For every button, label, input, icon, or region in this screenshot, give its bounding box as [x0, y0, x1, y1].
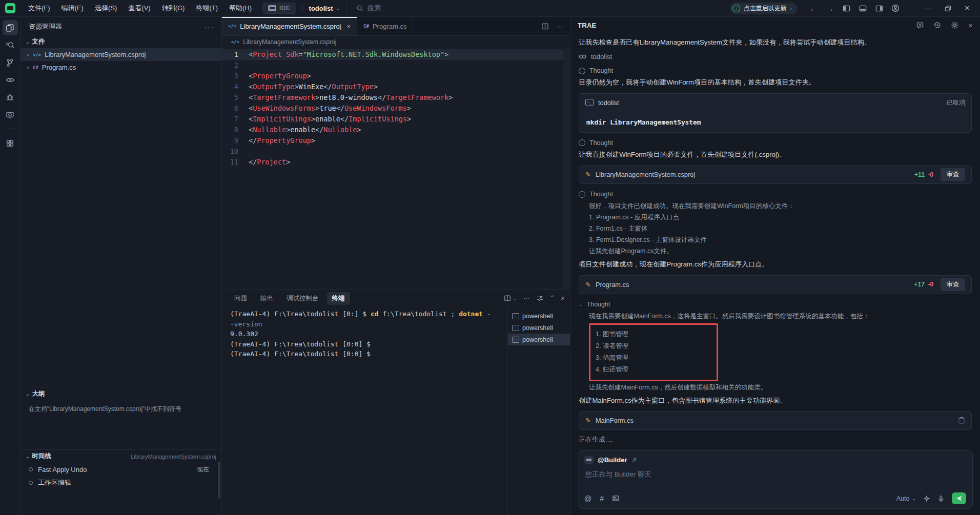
code-line[interactable]: 5 <TargetFramework>net8.0-windows</Targe…: [222, 92, 570, 103]
menu-help[interactable]: 帮助(H): [223, 4, 257, 13]
debug-bug-icon[interactable]: [3, 90, 18, 105]
tab-program-cs[interactable]: C# Program.cs: [357, 17, 413, 35]
thought-header[interactable]: Thought: [579, 67, 972, 74]
send-button[interactable]: [952, 492, 966, 504]
file-row-program[interactable]: C# Program.cs: [21, 61, 221, 74]
account-button[interactable]: [888, 2, 903, 15]
terminal-session-item[interactable]: ‹› powershell: [508, 322, 570, 334]
file-edit-card-generating[interactable]: ✎ MainForm.cs: [579, 411, 972, 430]
restart-to-update-button[interactable]: ↓ 点击重启以更新 ›: [730, 3, 797, 14]
more-actions-icon[interactable]: ···: [205, 23, 214, 31]
minimize-button[interactable]: —: [920, 2, 937, 15]
review-button[interactable]: 审查: [941, 278, 965, 291]
trae-ai-panel: TRAE × 让我先检查是否已有LibraryManagementSystem文…: [570, 17, 980, 515]
ide-window: 文件(F) 编辑(E) 选择(S) 查看(V) 转到(G) 终端(T) 帮助(H…: [0, 0, 980, 515]
panel-tab-output[interactable]: 输出: [255, 292, 278, 305]
terminal-output[interactable]: (TraeAI-4) F:\Trea\todolist [0:] $ cd f:…: [222, 307, 507, 515]
split-editor-icon[interactable]: [541, 23, 549, 30]
nav-forward-button[interactable]: →: [823, 2, 837, 15]
menu-view[interactable]: 查看(V): [122, 4, 156, 13]
sidebar-scrollbar[interactable]: [218, 462, 220, 499]
source-control-icon[interactable]: [3, 55, 18, 70]
menu-edit[interactable]: 编辑(E): [56, 4, 89, 13]
ide-mode-badge[interactable]: IDE: [262, 3, 296, 14]
thought-header-collapsible[interactable]: ⌄ Thought: [579, 301, 972, 308]
breadcrumb-item[interactable]: LibraryManagementSystem.csproj: [243, 38, 336, 46]
timeline-item-fast-apply-undo[interactable]: Fast Apply Undo 现在: [21, 463, 221, 476]
timeline-section-header[interactable]: ⌄ 时间线 LibraryManagementSystem.csproj: [21, 450, 221, 463]
code-line[interactable]: 4 <OutputType>WinExe</OutputType>: [222, 81, 570, 92]
gear-icon[interactable]: [951, 21, 959, 29]
breadcrumb[interactable]: </> LibraryManagementSystem.csproj: [222, 36, 570, 48]
close-tab-icon[interactable]: ×: [347, 23, 351, 30]
file-edit-card[interactable]: ✎ LibraryManagementSystem.csproj +11 -0 …: [579, 165, 972, 184]
preview-eye-icon[interactable]: [3, 72, 18, 88]
editor-more-actions-icon[interactable]: ···: [556, 23, 563, 30]
restore-button[interactable]: [939, 2, 956, 15]
terminal-session-item-active[interactable]: ‹› powershell: [508, 334, 570, 345]
nav-back-button[interactable]: ←: [806, 2, 821, 15]
files-section-header[interactable]: ⌄ 文件: [21, 35, 221, 48]
toggle-bottom-panel-button[interactable]: [855, 2, 870, 15]
panel-tab-problems[interactable]: 问题: [229, 292, 252, 305]
history-icon[interactable]: [933, 21, 942, 29]
menu-file[interactable]: 文件(F): [23, 4, 56, 13]
thought-header[interactable]: Thought: [579, 191, 972, 198]
file-row-csproj[interactable]: </> LibraryManagementSystem.csproj: [21, 48, 221, 61]
toggle-left-panel-button[interactable]: [839, 2, 853, 15]
filter-sliders-icon[interactable]: [537, 295, 544, 302]
panel-tab-terminal[interactable]: 终端: [327, 292, 350, 305]
chat-input-placeholder[interactable]: 您正在与 Builder 聊天: [584, 464, 966, 492]
context-hash-icon[interactable]: #: [600, 495, 604, 503]
tab-csproj[interactable]: </> LibraryManagementSystem.csproj ×: [222, 17, 357, 35]
workspace-selector[interactable]: todolist: [309, 5, 333, 12]
maximize-panel-icon[interactable]: ^: [550, 295, 554, 302]
code-line[interactable]: 7 <ImplicitUsings>enable</ImplicitUsings…: [222, 114, 570, 125]
close-panel-icon[interactable]: ×: [561, 294, 565, 302]
review-button[interactable]: 审查: [941, 168, 965, 181]
editor-scrollbar[interactable]: [563, 48, 570, 289]
close-chat-icon[interactable]: ×: [968, 21, 973, 30]
search-icon[interactable]: [3, 37, 18, 53]
enhance-sparkle-icon[interactable]: [923, 495, 930, 502]
mention-icon[interactable]: @: [584, 495, 591, 503]
outline-section-header[interactable]: ⌄ 大纲: [21, 387, 221, 400]
menu-goto[interactable]: 转到(G): [156, 4, 191, 13]
explorer-icon[interactable]: [3, 20, 18, 35]
code-line[interactable]: 10: [222, 146, 570, 157]
code-line[interactable]: 3 <PropertyGroup>: [222, 71, 570, 81]
microphone-icon[interactable]: [937, 495, 945, 502]
chat-input-box[interactable]: @Builder 您正在与 Builder 聊天 @ # Auto ⌄: [578, 450, 973, 509]
panel-tab-debug-console[interactable]: 调试控制台: [281, 292, 324, 305]
extensions-grid-icon[interactable]: [3, 135, 18, 151]
terminal-layout-button[interactable]: ⌄: [504, 295, 517, 302]
code-line[interactable]: 8 <Nullable>enable</Nullable>: [222, 125, 570, 135]
attach-image-icon[interactable]: [612, 495, 620, 502]
code-line[interactable]: 6 <UseWindowsForms>true</UseWindowsForms…: [222, 103, 570, 114]
chat-message-list[interactable]: 让我先检查是否已有LibraryManagementSystem文件夹，如果没有…: [570, 33, 980, 447]
thought-header[interactable]: Thought: [579, 139, 972, 147]
code-line[interactable]: 1<Project Sdk="Microsoft.NET.Sdk.Windows…: [222, 49, 570, 60]
toggle-right-panel-button[interactable]: [872, 2, 886, 15]
agent-tools-icon[interactable]: [631, 457, 637, 463]
new-chat-icon[interactable]: [916, 21, 924, 29]
code-line[interactable]: 9 </PropertyGroup>: [222, 135, 570, 146]
model-mode-selector[interactable]: Auto ⌄: [896, 495, 916, 502]
timeline-item-workspace-edit[interactable]: 工作区编辑: [21, 476, 221, 489]
code-editor[interactable]: 1<Project Sdk="Microsoft.NET.Sdk.Windows…: [222, 48, 570, 289]
close-window-button[interactable]: ×: [958, 2, 976, 15]
webview-screen-icon[interactable]: [3, 107, 18, 122]
file-edit-card[interactable]: ✎ Program.cs +17 -0 审查: [579, 275, 972, 294]
code-line[interactable]: 2: [222, 60, 570, 71]
menu-selection[interactable]: 选择(S): [89, 4, 122, 13]
file-card-title: Program.cs: [596, 281, 629, 289]
terminal-session-item[interactable]: ›_ powershell: [508, 310, 570, 322]
agent-selector[interactable]: @Builder: [598, 456, 627, 464]
session-reference[interactable]: todolist: [579, 53, 972, 60]
split-panel-icon: [504, 295, 511, 302]
menu-terminal[interactable]: 终端(T): [190, 4, 223, 13]
global-search-input[interactable]: 搜索: [356, 4, 381, 13]
terminal-icon: ›_: [512, 313, 519, 319]
panel-more-actions-icon[interactable]: ···: [524, 295, 530, 302]
code-line[interactable]: 11</Project>: [222, 157, 570, 168]
